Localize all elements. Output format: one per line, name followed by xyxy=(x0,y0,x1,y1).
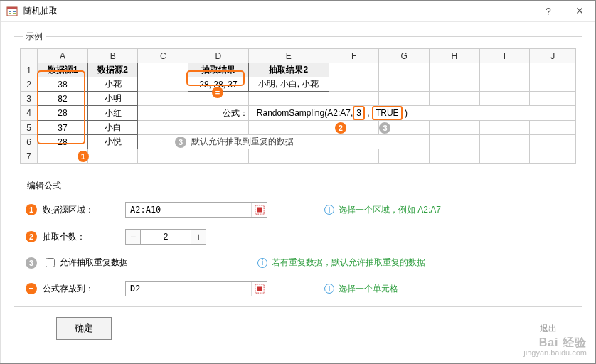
example-legend: 示例 xyxy=(23,31,46,43)
range-label: 数据源区域： xyxy=(43,204,94,216)
range-picker-icon[interactable] xyxy=(251,203,267,217)
app-icon xyxy=(6,6,18,17)
range-hint: i 选择一个区域，例如 A2:A7 xyxy=(324,204,441,216)
svg-rect-1 xyxy=(7,7,17,9)
dup-row: 3 允许抽取重复数据 i 若有重复数据，默认允许抽取重复的数据 xyxy=(26,256,570,269)
example-group: 示例 A B C D E F G H I J 1 xyxy=(14,31,582,171)
editor-legend: 编辑公式 xyxy=(26,180,63,192)
example-spreadsheet: A B C D E F G H I J 1 数据源1 数据源2 抽取结果 抽取结… xyxy=(20,48,576,164)
example-note: 默认允许抽取到重复的数据 xyxy=(188,135,430,149)
dest-hint: i 选择一个单元格 xyxy=(324,283,398,295)
svg-rect-4 xyxy=(9,13,11,14)
badge-count-icon: 2 xyxy=(26,231,37,242)
badge-1-icon: 1 xyxy=(78,151,89,162)
window-title: 随机抽取 xyxy=(23,5,58,17)
dialog-window: 随机抽取 ? × 示例 A B C D E F G xyxy=(0,0,596,364)
col-header-row: A B C D E F G H I J xyxy=(21,49,576,63)
badge-3g-icon: 3 xyxy=(379,122,390,134)
badge-dest-icon xyxy=(26,283,37,294)
svg-rect-5 xyxy=(13,13,16,14)
svg-rect-11 xyxy=(257,287,262,291)
dest-label: 公式存放到： xyxy=(43,283,94,295)
range-input[interactable] xyxy=(126,203,251,217)
svg-rect-7 xyxy=(257,208,262,213)
ok-button[interactable]: 确定 xyxy=(56,317,112,340)
svg-rect-2 xyxy=(9,11,11,12)
info-icon: i xyxy=(257,258,267,268)
range-row: 1 数据源区域： i 选择一个区域，例如 A2:A7 xyxy=(26,202,570,218)
info-icon: i xyxy=(324,284,334,294)
exit-label[interactable]: 退出 xyxy=(540,323,557,335)
range-input-box[interactable] xyxy=(125,202,267,218)
dest-input[interactable] xyxy=(126,282,251,296)
count-minus-button[interactable]: − xyxy=(125,229,141,245)
count-input[interactable] xyxy=(141,229,191,245)
svg-rect-3 xyxy=(13,11,16,12)
info-icon: i xyxy=(324,205,334,215)
close-button[interactable]: × xyxy=(564,1,595,22)
help-button[interactable]: ? xyxy=(533,1,564,22)
dest-row: 公式存放到： i 选择一个单元格 xyxy=(26,281,570,296)
dest-picker-icon[interactable] xyxy=(251,282,267,296)
badge-2-icon: 2 xyxy=(335,122,346,134)
badge-range-icon: 1 xyxy=(26,204,37,215)
badge-dup-icon: 3 xyxy=(26,257,37,269)
content: 示例 A B C D E F G H I J 1 xyxy=(1,22,595,363)
count-label: 抽取个数： xyxy=(43,231,85,243)
titlebar: 随机抽取 ? × xyxy=(1,1,595,22)
dest-input-box[interactable] xyxy=(125,281,267,296)
dup-hint: i 若有重复数据，默认允许抽取重复的数据 xyxy=(257,257,425,269)
badge-note-icon: 3 xyxy=(175,136,186,148)
svg-rect-9 xyxy=(29,288,33,289)
count-spinner: − + xyxy=(125,229,206,245)
dup-checkbox-label[interactable]: 允许抽取重复数据 xyxy=(43,256,128,269)
count-row: 2 抽取个数： − + xyxy=(26,229,570,245)
editor-group: 编辑公式 1 数据源区域： i 选择一个区域，例如 A2:A7 xyxy=(14,180,582,307)
formula-cell: =RandomSampling(A2:A7,3 , TRUE ) xyxy=(248,106,575,121)
bottom-bar: 确定 退出 xyxy=(14,307,582,343)
count-plus-button[interactable]: + xyxy=(191,229,206,245)
dup-checkbox[interactable] xyxy=(46,258,55,267)
